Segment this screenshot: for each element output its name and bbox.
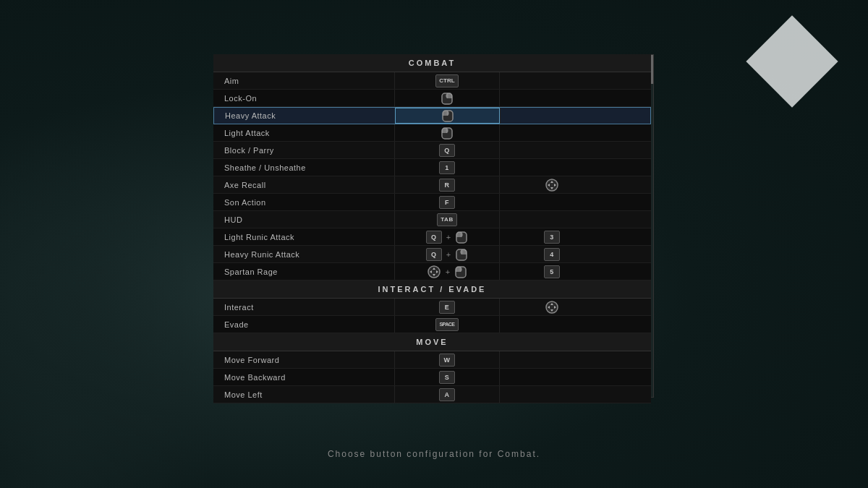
section-header-combat: COMBAT xyxy=(213,54,651,72)
key-slot-2-son-action[interactable] xyxy=(499,194,604,210)
keybind-row-son-action[interactable]: Son ActionF xyxy=(213,194,651,211)
action-label-move-left: Move Left xyxy=(213,390,394,399)
key-slot-1-light-runic[interactable]: Q+ xyxy=(394,228,499,245)
svg-rect-12 xyxy=(461,233,463,236)
keybind-row-light-runic[interactable]: Light Runic AttackQ+3 xyxy=(213,228,651,246)
key-slot-2-axe-recall[interactable] xyxy=(499,176,604,193)
key-slot-1-spartan-rage[interactable]: + xyxy=(394,263,499,280)
key-slot-2-lock-on[interactable] xyxy=(499,90,604,106)
key-slot-2-move-backward[interactable] xyxy=(499,369,604,385)
keybind-row-evade[interactable]: EvadeSPACE xyxy=(213,316,651,333)
section-header-move: MOVE xyxy=(213,333,651,351)
action-label-move-forward: Move Forward xyxy=(213,356,394,364)
key-slot-1-light-attack[interactable] xyxy=(394,124,499,141)
key-slot-1-lock-on[interactable] xyxy=(394,90,499,106)
action-label-heavy-runic: Heavy Runic Attack xyxy=(213,250,394,259)
keybind-row-axe-recall[interactable]: Axe RecallR xyxy=(213,176,651,194)
section-header-interact-evade: INTERACT / EVADE xyxy=(213,281,651,299)
diamond-decoration xyxy=(746,15,838,107)
svg-rect-15 xyxy=(461,250,463,254)
key-slot-1-interact[interactable]: E xyxy=(394,299,499,315)
svg-rect-2 xyxy=(446,94,448,98)
key-slot-2-move-forward[interactable] xyxy=(499,351,604,368)
action-label-evade: Evade xyxy=(213,320,394,329)
keybind-row-lock-on[interactable]: Lock-On xyxy=(213,90,651,107)
key-slot-1-move-backward[interactable]: S xyxy=(394,369,499,385)
keybind-row-aim[interactable]: AimCTRL xyxy=(213,72,651,90)
keybind-row-heavy-attack[interactable]: Heavy Attack xyxy=(213,107,651,124)
key-slot-2-move-left[interactable] xyxy=(499,386,604,403)
keybind-row-move-backward[interactable]: Move BackwardS xyxy=(213,369,651,386)
key-slot-2-block-parry[interactable] xyxy=(499,142,604,158)
key-slot-2-heavy-runic[interactable]: 4 xyxy=(499,246,604,262)
key-slot-1-heavy-attack[interactable] xyxy=(395,108,500,124)
keybind-row-spartan-rage[interactable]: Spartan Rage+5 xyxy=(213,263,651,281)
key-slot-2-sheathe[interactable] xyxy=(499,159,604,176)
svg-rect-8 xyxy=(446,129,448,132)
key-slot-1-block-parry[interactable]: Q xyxy=(394,142,499,158)
action-label-son-action: Son Action xyxy=(213,198,394,207)
key-slot-1-evade[interactable]: SPACE xyxy=(394,316,499,333)
action-label-light-attack: Light Attack xyxy=(213,129,394,137)
action-label-spartan-rage: Spartan Rage xyxy=(213,267,394,276)
key-slot-2-hud[interactable] xyxy=(499,211,604,228)
key-slot-2-heavy-attack[interactable] xyxy=(500,108,605,124)
keybind-row-sheathe[interactable]: Sheathe / Unsheathe1 xyxy=(213,159,651,176)
keybinding-panel: COMBATAimCTRLLock-OnHeavy AttackLight At… xyxy=(213,54,651,403)
keybind-row-hud[interactable]: HUDTAB xyxy=(213,211,651,228)
action-label-axe-recall: Axe Recall xyxy=(213,181,394,189)
action-label-heavy-attack: Heavy Attack xyxy=(214,111,395,120)
action-label-interact: Interact xyxy=(213,303,394,312)
key-slot-1-axe-recall[interactable]: R xyxy=(394,176,499,193)
key-slot-2-aim[interactable] xyxy=(499,72,604,89)
key-slot-2-evade[interactable] xyxy=(499,316,604,333)
bottom-hint: Choose button configuration for Combat. xyxy=(0,449,868,459)
keybind-row-interact[interactable]: InteractE xyxy=(213,299,651,316)
action-label-move-backward: Move Backward xyxy=(213,373,394,382)
key-slot-1-sheathe[interactable]: 1 xyxy=(394,159,499,176)
keybind-row-light-attack[interactable]: Light Attack xyxy=(213,124,651,142)
action-label-light-runic: Light Runic Attack xyxy=(213,233,394,241)
key-slot-1-hud[interactable]: TAB xyxy=(394,211,499,228)
svg-rect-19 xyxy=(460,267,462,271)
key-slot-2-light-runic[interactable]: 3 xyxy=(499,228,604,245)
key-slot-1-aim[interactable]: CTRL xyxy=(394,72,499,89)
action-label-aim: Aim xyxy=(213,77,394,85)
key-slot-1-move-left[interactable]: A xyxy=(394,386,499,403)
key-slot-1-heavy-runic[interactable]: Q+ xyxy=(394,246,499,262)
keybind-row-move-left[interactable]: Move LeftA xyxy=(213,386,651,403)
keybind-row-move-forward[interactable]: Move ForwardW xyxy=(213,351,651,369)
action-label-hud: HUD xyxy=(213,215,394,224)
key-slot-2-interact[interactable] xyxy=(499,299,604,315)
keybind-row-block-parry[interactable]: Block / ParryQ xyxy=(213,142,651,159)
key-slot-1-move-forward[interactable]: W xyxy=(394,351,499,368)
action-label-sheathe: Sheathe / Unsheathe xyxy=(213,163,394,172)
svg-rect-5 xyxy=(446,111,448,115)
key-slot-1-son-action[interactable]: F xyxy=(394,194,499,210)
action-label-block-parry: Block / Parry xyxy=(213,146,394,155)
key-slot-2-light-attack[interactable] xyxy=(499,124,604,141)
action-label-lock-on: Lock-On xyxy=(213,94,394,103)
keybind-row-heavy-runic[interactable]: Heavy Runic AttackQ+4 xyxy=(213,246,651,263)
key-slot-2-spartan-rage[interactable]: 5 xyxy=(499,263,604,280)
